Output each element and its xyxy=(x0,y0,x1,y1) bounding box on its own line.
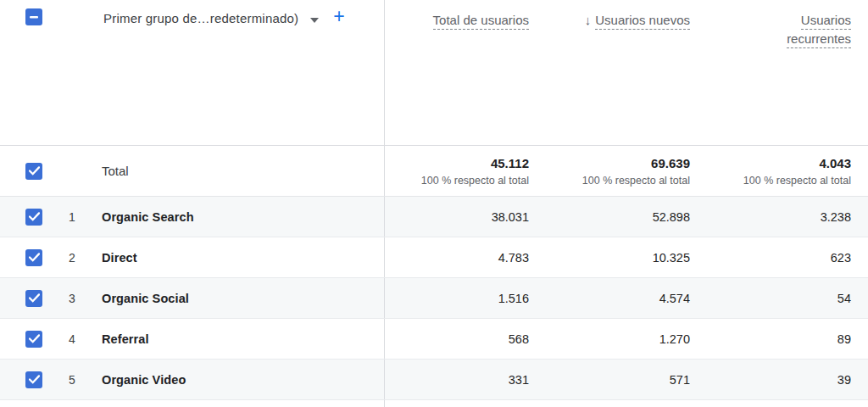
total-users-cell: 331 xyxy=(385,360,546,399)
check-icon xyxy=(29,166,40,176)
check-icon xyxy=(29,334,40,343)
row-index: 2 xyxy=(42,251,102,265)
check-icon xyxy=(29,375,40,384)
total-users-cell: 568 xyxy=(385,319,546,359)
total-percent-caption: 100 % respecto al total xyxy=(421,175,529,187)
new-users-cell: 52.898 xyxy=(546,197,707,237)
row-index: 5 xyxy=(42,373,102,387)
returning-users-cell: 4.043 100 % respecto al total xyxy=(707,146,868,196)
row-index: 4 xyxy=(42,332,102,346)
returning-users-cell: 39 xyxy=(707,360,868,399)
total-value: 4.043 xyxy=(819,156,851,170)
column-header-total-users[interactable]: Total de usuarios xyxy=(385,11,546,30)
totals-row: Total 45.112 100 % respecto al total 69.… xyxy=(0,146,868,197)
check-icon xyxy=(29,253,40,262)
returning-users-cell: 623 xyxy=(707,237,868,277)
column-header-returning-users[interactable]: Usuarios recurrentes xyxy=(707,11,868,48)
row-index: 3 xyxy=(42,292,102,305)
table-row[interactable]: 2 Direct 4.783 10.325 623 xyxy=(0,237,868,278)
channel-name: Organic Search xyxy=(102,210,194,224)
table-row[interactable]: 1 Organic Search 38.031 52.898 3.238 xyxy=(0,197,868,237)
new-users-cell: 69.639 100 % respecto al total xyxy=(546,146,707,196)
table-header: Primer grupo de…redeterminado) + Total d… xyxy=(0,0,868,146)
sort-descending-icon: ↓ xyxy=(585,13,592,27)
column-header-new-users[interactable]: ↓Usuarios nuevos xyxy=(546,11,707,30)
total-label: Total xyxy=(102,164,129,178)
table-row[interactable]: 4 Referral 568 1.270 89 xyxy=(0,319,868,360)
partial-next-row xyxy=(0,400,868,407)
table-row[interactable]: 5 Organic Video 331 571 39 xyxy=(0,360,868,400)
add-dimension-button[interactable]: + xyxy=(333,6,344,26)
total-percent-caption: 100 % respecto al total xyxy=(582,175,690,187)
row-checkbox[interactable] xyxy=(25,290,42,307)
total-percent-caption: 100 % respecto al total xyxy=(743,175,851,187)
returning-users-cell: 54 xyxy=(707,278,868,318)
row-checkbox[interactable] xyxy=(25,371,42,388)
select-all-checkbox[interactable] xyxy=(25,8,42,25)
total-users-cell: 4.783 xyxy=(385,237,546,277)
channel-name: Referral xyxy=(102,332,149,346)
check-icon xyxy=(29,293,40,303)
total-row-checkbox[interactable] xyxy=(25,163,42,180)
dimension-picker[interactable]: Primer grupo de…redeterminado) xyxy=(103,9,319,26)
row-checkbox[interactable] xyxy=(25,209,42,226)
new-users-cell: 571 xyxy=(546,360,707,399)
total-value: 69.639 xyxy=(651,156,690,170)
row-checkbox[interactable] xyxy=(25,331,42,348)
row-checkbox[interactable] xyxy=(25,249,42,266)
row-index: 1 xyxy=(42,210,102,224)
channel-name: Direct xyxy=(102,251,137,265)
chevron-down-icon[interactable] xyxy=(310,11,319,26)
returning-users-cell: 3.238 xyxy=(707,197,868,237)
new-users-cell: 4.574 xyxy=(546,278,707,318)
total-users-cell: 1.516 xyxy=(385,278,546,318)
dimension-picker-label: Primer grupo de…redeterminado) xyxy=(103,11,298,25)
analytics-table: Primer grupo de…redeterminado) + Total d… xyxy=(0,0,868,407)
new-users-cell: 1.270 xyxy=(546,319,707,359)
total-users-cell: 45.112 100 % respecto al total xyxy=(385,146,546,196)
total-value: 45.112 xyxy=(491,156,529,170)
total-users-cell: 38.031 xyxy=(385,197,546,237)
table-row[interactable]: 3 Organic Social 1.516 4.574 54 xyxy=(0,278,868,319)
indeterminate-icon xyxy=(29,12,39,22)
check-icon xyxy=(29,212,40,221)
channel-name: Organic Video xyxy=(102,373,186,387)
returning-users-cell: 89 xyxy=(707,319,868,359)
new-users-cell: 10.325 xyxy=(546,237,707,277)
channel-name: Organic Social xyxy=(102,292,189,305)
